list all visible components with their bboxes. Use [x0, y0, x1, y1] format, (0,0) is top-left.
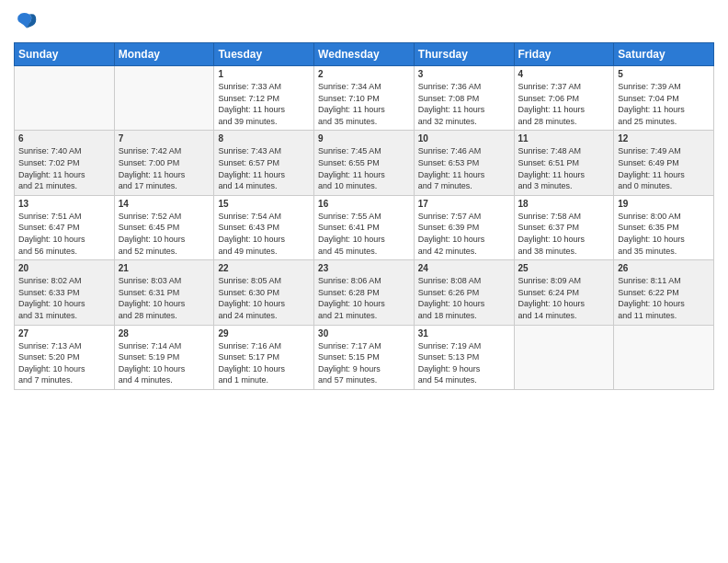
- day-cell: 14Sunrise: 7:52 AM Sunset: 6:45 PM Dayli…: [114, 195, 214, 259]
- day-cell: 30Sunrise: 7:17 AM Sunset: 5:15 PM Dayli…: [314, 325, 415, 389]
- day-number: 22: [218, 263, 310, 273]
- day-cell: 23Sunrise: 8:06 AM Sunset: 6:28 PM Dayli…: [314, 260, 415, 325]
- day-number: 13: [18, 199, 110, 209]
- day-cell: 8Sunrise: 7:43 AM Sunset: 6:57 PM Daylig…: [214, 131, 314, 195]
- day-cell: 27Sunrise: 7:13 AM Sunset: 5:20 PM Dayli…: [15, 325, 115, 389]
- day-number: 10: [418, 133, 510, 144]
- day-cell: 7Sunrise: 7:42 AM Sunset: 7:00 PM Daylig…: [114, 131, 214, 195]
- day-number: 4: [518, 69, 610, 79]
- day-number: 8: [218, 133, 310, 144]
- day-cell: 5Sunrise: 7:39 AM Sunset: 7:04 PM Daylig…: [614, 66, 714, 131]
- day-number: 16: [318, 199, 410, 209]
- day-cell: 19Sunrise: 8:00 AM Sunset: 6:35 PM Dayli…: [614, 195, 714, 259]
- day-cell: 2Sunrise: 7:34 AM Sunset: 7:10 PM Daylig…: [314, 66, 415, 131]
- day-cell: 12Sunrise: 7:49 AM Sunset: 6:49 PM Dayli…: [614, 131, 714, 195]
- day-cell: 10Sunrise: 7:46 AM Sunset: 6:53 PM Dayli…: [414, 131, 514, 195]
- day-number: 7: [119, 133, 210, 144]
- day-cell: 6Sunrise: 7:40 AM Sunset: 7:02 PM Daylig…: [15, 131, 115, 195]
- day-cell: [614, 325, 714, 389]
- day-info: Sunrise: 7:54 AM Sunset: 6:43 PM Dayligh…: [218, 211, 310, 257]
- day-cell: 20Sunrise: 8:02 AM Sunset: 6:33 PM Dayli…: [15, 260, 115, 325]
- day-number: 11: [518, 133, 610, 144]
- day-number: 2: [318, 69, 410, 79]
- day-info: Sunrise: 7:37 AM Sunset: 7:06 PM Dayligh…: [518, 81, 610, 127]
- day-cell: 18Sunrise: 7:58 AM Sunset: 6:37 PM Dayli…: [514, 195, 614, 259]
- day-info: Sunrise: 8:11 AM Sunset: 6:22 PM Dayligh…: [618, 275, 710, 321]
- header-row: SundayMondayTuesdayWednesdayThursdayFrid…: [15, 43, 714, 66]
- day-info: Sunrise: 8:00 AM Sunset: 6:35 PM Dayligh…: [618, 211, 710, 257]
- day-header-thursday: Thursday: [414, 43, 514, 66]
- day-cell: [15, 66, 115, 131]
- day-info: Sunrise: 7:58 AM Sunset: 6:37 PM Dayligh…: [518, 211, 610, 257]
- day-cell: 9Sunrise: 7:45 AM Sunset: 6:55 PM Daylig…: [314, 131, 415, 195]
- day-cell: [514, 325, 614, 389]
- day-cell: 4Sunrise: 7:37 AM Sunset: 7:06 PM Daylig…: [514, 66, 614, 131]
- day-cell: 11Sunrise: 7:48 AM Sunset: 6:51 PM Dayli…: [514, 131, 614, 195]
- day-info: Sunrise: 7:13 AM Sunset: 5:20 PM Dayligh…: [18, 340, 110, 386]
- day-cell: [114, 66, 214, 131]
- day-cell: 17Sunrise: 7:57 AM Sunset: 6:39 PM Dayli…: [414, 195, 514, 259]
- logo-icon: [14, 9, 40, 35]
- day-number: 24: [418, 263, 510, 273]
- day-number: 9: [318, 133, 410, 144]
- day-info: Sunrise: 7:42 AM Sunset: 7:00 PM Dayligh…: [119, 145, 210, 191]
- day-info: Sunrise: 7:49 AM Sunset: 6:49 PM Dayligh…: [618, 145, 710, 191]
- day-number: 5: [618, 69, 710, 79]
- day-cell: 1Sunrise: 7:33 AM Sunset: 7:12 PM Daylig…: [214, 66, 314, 131]
- day-header-friday: Friday: [514, 43, 614, 66]
- day-header-wednesday: Wednesday: [314, 43, 415, 66]
- day-cell: 28Sunrise: 7:14 AM Sunset: 5:19 PM Dayli…: [114, 325, 214, 389]
- week-row-3: 13Sunrise: 7:51 AM Sunset: 6:47 PM Dayli…: [15, 195, 714, 259]
- day-header-monday: Monday: [114, 43, 214, 66]
- day-cell: 24Sunrise: 8:08 AM Sunset: 6:26 PM Dayli…: [414, 260, 514, 325]
- day-info: Sunrise: 7:43 AM Sunset: 6:57 PM Dayligh…: [218, 145, 310, 191]
- day-info: Sunrise: 8:02 AM Sunset: 6:33 PM Dayligh…: [18, 275, 110, 321]
- day-cell: 15Sunrise: 7:54 AM Sunset: 6:43 PM Dayli…: [214, 195, 314, 259]
- page: SundayMondayTuesdayWednesdayThursdayFrid…: [0, 0, 728, 563]
- logo: [14, 9, 43, 35]
- day-number: 1: [218, 69, 310, 79]
- day-header-saturday: Saturday: [614, 43, 714, 66]
- day-info: Sunrise: 7:19 AM Sunset: 5:13 PM Dayligh…: [418, 340, 510, 386]
- day-info: Sunrise: 7:48 AM Sunset: 6:51 PM Dayligh…: [518, 145, 610, 191]
- day-info: Sunrise: 7:55 AM Sunset: 6:41 PM Dayligh…: [318, 211, 410, 257]
- day-number: 15: [218, 199, 310, 209]
- day-cell: 25Sunrise: 8:09 AM Sunset: 6:24 PM Dayli…: [514, 260, 614, 325]
- day-info: Sunrise: 7:39 AM Sunset: 7:04 PM Dayligh…: [618, 81, 710, 127]
- day-number: 3: [418, 69, 510, 79]
- day-info: Sunrise: 7:52 AM Sunset: 6:45 PM Dayligh…: [119, 211, 210, 257]
- day-info: Sunrise: 7:33 AM Sunset: 7:12 PM Dayligh…: [218, 81, 310, 127]
- day-cell: 3Sunrise: 7:36 AM Sunset: 7:08 PM Daylig…: [414, 66, 514, 131]
- day-info: Sunrise: 8:03 AM Sunset: 6:31 PM Dayligh…: [119, 275, 210, 321]
- day-info: Sunrise: 7:17 AM Sunset: 5:15 PM Dayligh…: [318, 340, 410, 386]
- day-info: Sunrise: 8:09 AM Sunset: 6:24 PM Dayligh…: [518, 275, 610, 321]
- day-number: 21: [119, 263, 210, 273]
- header: [14, 9, 714, 35]
- day-number: 12: [618, 133, 710, 144]
- day-number: 23: [318, 263, 410, 273]
- day-number: 29: [218, 328, 310, 339]
- day-info: Sunrise: 7:36 AM Sunset: 7:08 PM Dayligh…: [418, 81, 510, 127]
- day-header-tuesday: Tuesday: [214, 43, 314, 66]
- day-info: Sunrise: 8:05 AM Sunset: 6:30 PM Dayligh…: [218, 275, 310, 321]
- day-info: Sunrise: 7:16 AM Sunset: 5:17 PM Dayligh…: [218, 340, 310, 386]
- day-cell: 31Sunrise: 7:19 AM Sunset: 5:13 PM Dayli…: [414, 325, 514, 389]
- day-number: 26: [618, 263, 710, 273]
- day-info: Sunrise: 7:40 AM Sunset: 7:02 PM Dayligh…: [18, 145, 110, 191]
- day-info: Sunrise: 7:45 AM Sunset: 6:55 PM Dayligh…: [318, 145, 410, 191]
- day-number: 30: [318, 328, 410, 339]
- day-number: 17: [418, 199, 510, 209]
- day-info: Sunrise: 7:34 AM Sunset: 7:10 PM Dayligh…: [318, 81, 410, 127]
- day-number: 20: [18, 263, 110, 273]
- day-number: 18: [518, 199, 610, 209]
- day-cell: 22Sunrise: 8:05 AM Sunset: 6:30 PM Dayli…: [214, 260, 314, 325]
- day-info: Sunrise: 7:46 AM Sunset: 6:53 PM Dayligh…: [418, 145, 510, 191]
- week-row-2: 6Sunrise: 7:40 AM Sunset: 7:02 PM Daylig…: [15, 131, 714, 195]
- day-cell: 13Sunrise: 7:51 AM Sunset: 6:47 PM Dayli…: [15, 195, 115, 259]
- calendar-table: SundayMondayTuesdayWednesdayThursdayFrid…: [14, 42, 714, 390]
- day-number: 27: [18, 328, 110, 339]
- day-number: 14: [119, 199, 210, 209]
- day-info: Sunrise: 7:51 AM Sunset: 6:47 PM Dayligh…: [18, 211, 110, 257]
- day-info: Sunrise: 7:57 AM Sunset: 6:39 PM Dayligh…: [418, 211, 510, 257]
- day-number: 25: [518, 263, 610, 273]
